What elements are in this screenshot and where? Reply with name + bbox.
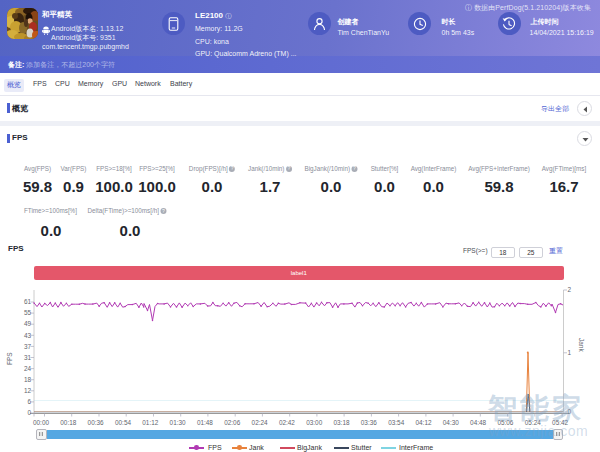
svg-text:00:18: 00:18 [60,419,76,426]
svg-text:02:24: 02:24 [252,419,268,426]
svg-text:01:30: 01:30 [170,419,186,426]
svg-text:04:48: 04:48 [470,419,486,426]
svg-text:61: 61 [24,298,32,305]
svg-text:FPS: FPS [6,352,13,365]
svg-text:02:06: 02:06 [224,419,240,426]
svg-text:03:36: 03:36 [361,419,377,426]
svg-text:18: 18 [24,376,32,383]
svg-text:03:00: 03:00 [306,419,322,426]
svg-text:6: 6 [27,398,31,405]
svg-text:01:12: 01:12 [142,419,158,426]
svg-text:43: 43 [24,332,32,339]
svg-text:00:54: 00:54 [115,419,131,426]
svg-text:24: 24 [24,365,32,372]
svg-text:31: 31 [24,354,32,361]
svg-text:03:18: 03:18 [334,419,350,426]
svg-text:01:48: 01:48 [197,419,213,426]
svg-text:02:42: 02:42 [279,419,295,426]
svg-text:04:30: 04:30 [443,419,459,426]
svg-text:12: 12 [24,387,32,394]
svg-text:00:00: 00:00 [33,419,49,426]
svg-text:37: 37 [24,343,32,350]
svg-text:55: 55 [24,309,32,316]
svg-text:0: 0 [27,409,31,416]
svg-text:2: 2 [568,286,572,293]
svg-text:49: 49 [24,320,32,327]
svg-text:03:54: 03:54 [388,419,404,426]
svg-text:Jank: Jank [578,338,585,352]
svg-text:00:36: 00:36 [88,419,104,426]
svg-text:04:12: 04:12 [416,419,432,426]
svg-text:1: 1 [568,349,572,356]
